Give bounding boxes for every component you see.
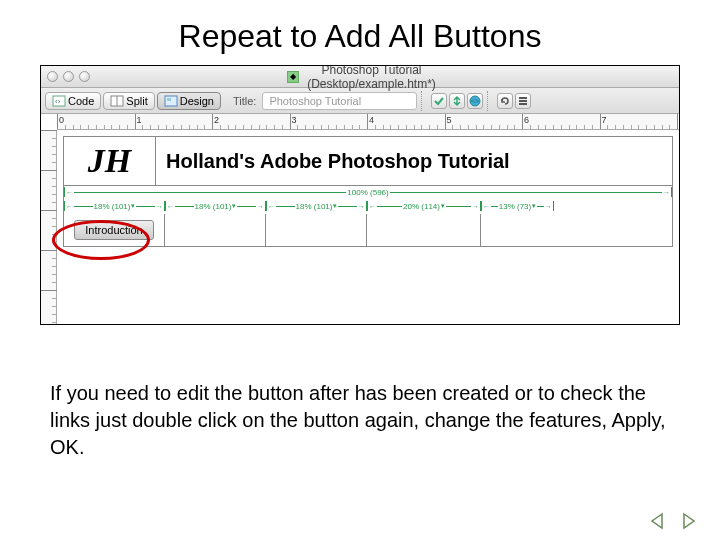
window-titlebar: ◆ Photoshop Tutorial (Desktop/example.ht… <box>41 66 679 88</box>
nav-cell[interactable] <box>165 214 266 246</box>
horizontal-ruler: 012345678 <box>57 114 679 130</box>
design-view-button[interactable]: Design <box>157 92 221 110</box>
split-view-button[interactable]: Split <box>103 92 154 110</box>
window-title: Photoshop Tutorial (Desktop/example.htm*… <box>307 65 436 91</box>
refresh-icon[interactable] <box>497 93 513 109</box>
preview-browser-icon[interactable] <box>467 93 483 109</box>
column-guide: ←18% (101)▾→ <box>64 201 165 211</box>
prev-slide-button[interactable] <box>646 510 668 532</box>
column-guide: ←18% (101)▾→ <box>266 201 367 211</box>
nav-row: Introduction <box>64 214 672 246</box>
column-guide: ←18% (101)▾→ <box>165 201 266 211</box>
next-slide-button[interactable] <box>678 510 700 532</box>
slide-title: Repeat to Add All Buttons <box>0 0 720 65</box>
svg-rect-7 <box>519 97 527 99</box>
dreamweaver-window: ◆ Photoshop Tutorial (Desktop/example.ht… <box>40 65 680 325</box>
title-input[interactable] <box>262 92 417 110</box>
design-icon <box>164 95 178 107</box>
view-options-icon[interactable] <box>515 93 531 109</box>
code-icon: ‹› <box>52 95 66 107</box>
code-label: Code <box>68 95 94 107</box>
logo-cell[interactable]: JH <box>64 137 156 185</box>
page-heading: Holland's Adobe Photoshop Tutorial <box>166 150 510 173</box>
column-guide: ←13% (73)▾→ <box>481 201 554 211</box>
site-logo: JH <box>88 147 131 174</box>
svg-rect-5 <box>167 98 171 101</box>
svg-text:‹›: ‹› <box>55 97 61 106</box>
slide-nav <box>646 510 700 532</box>
close-icon[interactable] <box>47 71 58 82</box>
check-icon[interactable] <box>431 93 447 109</box>
maximize-icon[interactable] <box>79 71 90 82</box>
design-canvas[interactable]: JH Holland's Adobe Photoshop Tutorial ← … <box>57 130 679 324</box>
guide-full-label: 100% (596) <box>347 188 388 197</box>
table-guide-cols: ←18% (101)▾→←18% (101)▾→←18% (101)▾→←20%… <box>64 200 672 214</box>
slide-caption: If you need to edit the button after has… <box>50 380 670 461</box>
toolbar-separator <box>421 91 427 111</box>
document-toolbar: ‹› Code Split Design Title: <box>41 88 679 114</box>
svg-rect-9 <box>519 103 527 105</box>
toolbar-separator <box>487 91 493 111</box>
nav-cell[interactable] <box>367 214 481 246</box>
intro-button[interactable]: Introduction <box>74 220 153 240</box>
split-icon <box>110 95 124 107</box>
title-field-label: Title: <box>233 95 256 107</box>
nav-cell[interactable] <box>266 214 367 246</box>
code-view-button[interactable]: ‹› Code <box>45 92 101 110</box>
svg-rect-8 <box>519 100 527 102</box>
column-guide: ←20% (114)▾→ <box>367 201 481 211</box>
table-guide-full: ← 100% (596) → <box>64 186 672 200</box>
file-management-icon[interactable] <box>449 93 465 109</box>
minimize-icon[interactable] <box>63 71 74 82</box>
layout-table: JH Holland's Adobe Photoshop Tutorial ← … <box>63 136 673 247</box>
vertical-ruler <box>41 130 57 324</box>
nav-cell[interactable]: Introduction <box>64 214 165 246</box>
nav-cell[interactable] <box>481 214 554 246</box>
split-label: Split <box>126 95 147 107</box>
design-label: Design <box>180 95 214 107</box>
heading-cell[interactable]: Holland's Adobe Photoshop Tutorial <box>156 137 672 185</box>
document-icon: ◆ <box>287 71 299 83</box>
